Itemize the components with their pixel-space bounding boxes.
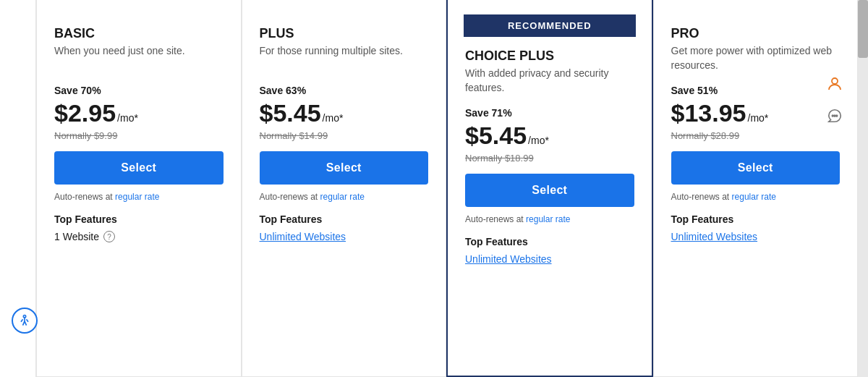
feature-websites-basic: 1 Website ? [54,231,224,242]
plan-card-pro: PRO Get more power with optimized web re… [653,0,859,377]
auto-renew-choice-plus: Auto-renews at regular rate [465,214,634,224]
plan-tagline-pro: Get more power with optimized web resour… [671,44,841,73]
side-icons-panel [823,72,846,127]
top-features-label-choice-plus: Top Features [465,236,634,247]
price-main-basic: $2.95 [54,99,116,127]
top-features-label-basic: Top Features [54,213,224,225]
price-main-plus: $5.45 [260,99,321,127]
price-normal-basic: Normally $9.99 [54,130,224,141]
regular-rate-link-pro[interactable]: regular rate [732,192,776,202]
svg-point-4 [23,315,25,318]
save-label-choice-plus: Save 71% [465,107,634,119]
plan-name-plus: PLUS [260,26,429,41]
price-suffix-basic: /mo* [117,112,138,124]
auto-renew-pro: Auto-renews at regular rate [671,192,841,202]
select-button-plus[interactable]: Select [260,151,429,185]
accessibility-button[interactable] [12,308,38,334]
scrollbar[interactable] [858,0,868,377]
svg-point-0 [832,78,838,84]
price-main-pro: $13.95 [671,99,746,127]
save-label-basic: Save 70% [54,85,224,96]
price-row-choice-plus: $5.45 /mo* [465,122,634,150]
svg-point-1 [832,115,833,117]
user-icon[interactable] [823,72,846,96]
plan-tagline-choice-plus: With added privacy and security features… [465,67,634,96]
save-label-pro: Save 51% [671,85,841,96]
svg-point-3 [836,115,838,117]
price-main-choice-plus: $5.45 [465,122,527,150]
svg-point-2 [834,115,835,117]
top-features-label-pro: Top Features [671,213,841,225]
info-icon-basic[interactable]: ? [103,231,115,242]
select-button-choice-plus[interactable]: Select [465,174,634,207]
plan-tagline-plus: For those running multiple sites. [260,44,429,73]
plan-card-basic: BASIC When you need just one site. Save … [36,0,242,377]
select-button-basic[interactable]: Select [54,151,224,185]
price-row-plus: $5.45 /mo* [260,99,429,127]
scrollbar-thumb[interactable] [858,0,868,58]
regular-rate-link-basic[interactable]: regular rate [115,192,159,202]
unlimited-websites-link-choice-plus[interactable]: Unlimited Websites [465,253,552,265]
price-normal-choice-plus: Normally $18.99 [465,153,634,164]
price-row-pro: $13.95 /mo* [671,99,841,127]
select-button-pro[interactable]: Select [671,151,841,185]
feature-websites-choice-plus: Unlimited Websites [465,253,634,265]
price-suffix-pro: /mo* [748,112,769,124]
chat-icon[interactable] [823,104,846,127]
page-wrapper: BASIC When you need just one site. Save … [0,0,868,377]
save-label-plus: Save 63% [260,85,429,96]
plan-card-choice-plus: RECOMMENDED CHOICE PLUS With added priva… [446,0,653,377]
plan-card-plus: PLUS For those running multiple sites. S… [242,0,447,377]
price-normal-pro: Normally $28.99 [671,130,841,141]
price-row-basic: $2.95 /mo* [54,99,224,127]
unlimited-websites-link-pro[interactable]: Unlimited Websites [671,231,758,242]
feature-websites-pro: Unlimited Websites [671,231,841,242]
recommended-banner: RECOMMENDED [464,14,636,37]
auto-renew-basic: Auto-renews at regular rate [54,192,224,202]
price-suffix-plus: /mo* [323,112,344,124]
plans-container: BASIC When you need just one site. Save … [36,0,858,377]
regular-rate-link-plus[interactable]: regular rate [320,192,365,202]
price-suffix-choice-plus: /mo* [528,135,549,146]
price-normal-plus: Normally $14.99 [260,130,429,141]
plan-name-basic: BASIC [54,26,224,41]
plan-tagline-basic: When you need just one site. [54,44,224,73]
unlimited-websites-link-plus[interactable]: Unlimited Websites [260,231,346,242]
feature-websites-plus: Unlimited Websites [260,231,429,242]
regular-rate-link-choice-plus[interactable]: regular rate [526,214,570,224]
plan-name-pro: PRO [671,26,841,41]
top-features-label-plus: Top Features [260,213,429,225]
auto-renew-plus: Auto-renews at regular rate [260,192,429,202]
plan-name-choice-plus: CHOICE PLUS [465,48,634,64]
